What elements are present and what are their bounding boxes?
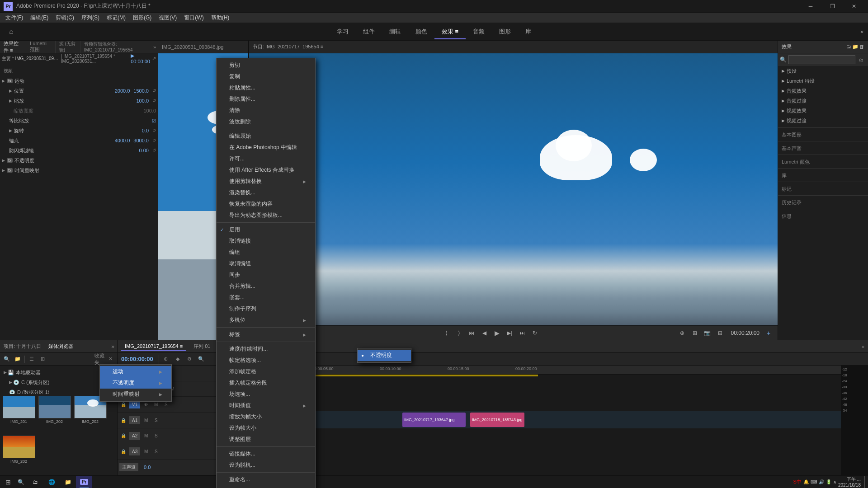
menu-file[interactable]: 文件(F) (2, 13, 27, 23)
ctx-sep-4 (217, 342, 315, 342)
context-menu: 剪切 复制 粘贴属性... 删除属性... 清除 波纹删除 编辑原始 在 Ado… (216, 58, 316, 488)
ctx-frame-hold-options[interactable]: 帧定格选项... (217, 355, 315, 366)
ctx-insert-frame-hold[interactable]: 插入帧定格分段 (217, 377, 315, 389)
ctx-replace-ae[interactable]: 使用 After Effects 合成替换 (217, 164, 315, 176)
context-menu-overlay[interactable]: 剪切 复制 粘贴属性... 删除属性... 清除 波纹删除 编辑原始 在 Ado… (0, 23, 868, 488)
ctx-cut[interactable]: 剪切 (217, 60, 315, 71)
menu-graphics[interactable]: 图形(G) (129, 13, 155, 23)
ctx-speed[interactable]: 速度/持续时间... (217, 343, 315, 355)
title-bar-text: Adobe Premiere Pro 2020 - F:\pr\上课过程\十月十… (16, 2, 800, 10)
menu-mark[interactable]: 标记(M) (103, 13, 129, 23)
ctx-enable-check: ✓ (220, 227, 224, 232)
menu-window[interactable]: 窗口(W) (180, 13, 207, 23)
window-controls: ─ ❐ ✕ (800, 0, 864, 13)
sub-menu-opacity: ●不透明度 (357, 348, 411, 363)
ctx-sep-1 (217, 129, 315, 129)
ctx-restore-unrendered[interactable]: 恢复未渲染的内容 (217, 198, 315, 210)
ctx-make-subseq[interactable]: 制作子序列 (217, 303, 315, 314)
ctx-enable[interactable]: ✓启用 (217, 224, 315, 235)
ctx-merge-clip[interactable]: 合并剪辑... (217, 281, 315, 292)
sub-menu-keyframes: 运动 不透明度 时间重映射 (99, 364, 172, 402)
menu-help[interactable]: 帮助(H) (208, 13, 233, 23)
ctx-multicam[interactable]: 多机位 (217, 314, 315, 326)
minimize-button[interactable]: ─ (800, 0, 821, 13)
ctx-ungroup[interactable]: 取消编组 (217, 258, 315, 269)
ctx-rename[interactable]: 重命名... (217, 474, 315, 485)
ctx-set-offline[interactable]: 设为脱机... (217, 460, 315, 471)
menu-sequence[interactable]: 序列(S) (78, 13, 103, 23)
menu-bar: 文件(F) 编辑(E) 剪辑(C) 序列(S) 标记(M) 图形(G) 视图(V… (0, 13, 868, 23)
ctx-delete-attrs[interactable]: 删除属性... (217, 94, 315, 105)
ctx-clear[interactable]: 清除 (217, 105, 315, 116)
opacity-bullet-item[interactable]: ●不透明度 (358, 350, 411, 361)
ctx-sync[interactable]: 同步 (217, 269, 315, 281)
sub-motion-item[interactable]: 运动 (100, 366, 171, 377)
ctx-export-template[interactable]: 导出为动态图形模板... (217, 210, 315, 221)
menu-view[interactable]: 视图(V) (155, 13, 180, 23)
ctx-add-frame-hold[interactable]: 添加帧定格 (217, 366, 315, 377)
ctx-copy[interactable]: 复制 (217, 71, 315, 82)
ctx-ripple-delete[interactable]: 波纹删除 (217, 116, 315, 127)
title-bar: Pr Adobe Premiere Pro 2020 - F:\pr\上课过程\… (0, 0, 868, 13)
ctx-edit-original[interactable]: 编辑原始 (217, 131, 315, 142)
ctx-render-replace[interactable]: 渲染替换... (217, 187, 315, 198)
sub-opacity-item[interactable]: 不透明度 (100, 377, 171, 389)
ctx-group[interactable]: 编组 (217, 247, 315, 258)
ctx-nest[interactable]: 嵌套... (217, 292, 315, 303)
ctx-replace-clip[interactable]: 使用剪辑替换 (217, 176, 315, 187)
ctx-sep-2 (217, 222, 315, 223)
ctx-label[interactable]: 标签 (217, 329, 315, 340)
ctx-license[interactable]: 许可... (217, 153, 315, 164)
ctx-set-frame-size[interactable]: 设为帧大小 (217, 422, 315, 434)
ctx-paste-attrs[interactable]: 粘贴属性... (217, 82, 315, 94)
restore-button[interactable]: ❐ (822, 0, 843, 13)
menu-clip[interactable]: 剪辑(C) (52, 13, 78, 23)
sub-time-remap-item[interactable]: 时间重映射 (100, 389, 171, 400)
close-button[interactable]: ✕ (844, 0, 864, 13)
app-logo: Pr (4, 2, 13, 11)
ctx-sep-6 (217, 472, 315, 473)
ctx-unlink[interactable]: 取消链接 (217, 235, 315, 247)
ctx-link-media[interactable]: 链接媒体... (217, 448, 315, 460)
ctx-scale-to-frame[interactable]: 缩放为帧大小 (217, 411, 315, 422)
ctx-sep-3 (217, 327, 315, 328)
menu-edit[interactable]: 编辑(E) (27, 13, 52, 23)
ctx-sep-5 (217, 446, 315, 447)
ctx-adjust-layer[interactable]: 调整图层 (217, 434, 315, 445)
ctx-field-options[interactable]: 场选项... (217, 389, 315, 400)
ctx-edit-photoshop[interactable]: 在 Adobe Photoshop 中编辑 (217, 142, 315, 153)
ctx-show-project[interactable]: 在项目中显示 (217, 485, 315, 488)
opacity-bullet-icon: ● (361, 353, 364, 358)
ctx-time-interp[interactable]: 时间插值 (217, 400, 315, 411)
